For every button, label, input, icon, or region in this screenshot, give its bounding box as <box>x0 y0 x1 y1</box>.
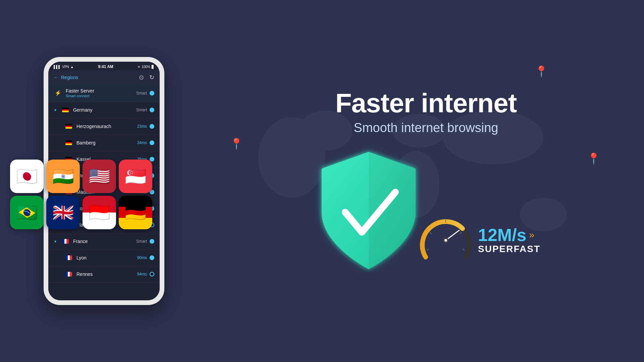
flag-squares-grid: 🇯🇵 🇮🇳 🇺🇸 🇸🇬 🇧🇷 🇬🇧 🇮🇩 🇩🇪 <box>10 160 152 229</box>
signal-icon: ▌▌▌ <box>54 65 61 69</box>
svg-point-8 <box>444 239 447 242</box>
faster-server-text: Faster Server Smart connect <box>66 88 133 98</box>
flag-japan: 🇯🇵 <box>10 160 44 193</box>
france-name: France <box>73 239 133 244</box>
bolt-icon-container: ⚡ <box>54 89 62 98</box>
location-icon[interactable]: ⊙ <box>139 74 144 81</box>
speed-text: 12M/s » SUPERFAST <box>478 226 540 254</box>
rennes-text: Rennes <box>76 272 134 277</box>
refresh-icon[interactable]: ↻ <box>149 74 154 81</box>
faster-server-right: Smart <box>136 91 154 96</box>
bamberg-text: Bamberg <box>76 140 134 145</box>
bamberg-name: Bamberg <box>76 140 134 145</box>
bolt-icon: ⚡ <box>55 90 61 96</box>
wifi-icon: ▲ <box>70 65 74 69</box>
germany-badge: Smart <box>136 108 147 112</box>
expand-icon: ▼ <box>54 240 57 243</box>
flag-singapore: 🇸🇬 <box>119 160 152 193</box>
back-arrow-icon: ← <box>54 75 58 80</box>
status-time: 9:41 AM <box>98 64 113 69</box>
back-button[interactable]: ← Regions <box>54 75 78 80</box>
rennes-name: Rennes <box>76 272 134 277</box>
lyon-text: Lyon <box>76 255 134 260</box>
france-text: France <box>73 239 133 244</box>
lyon-flag <box>64 253 73 262</box>
expand-icon: ▼ <box>54 108 57 112</box>
faster-server-dot <box>150 91 154 96</box>
speed-arrows-icon: » <box>529 230 535 240</box>
flag-germany: 🇩🇪 <box>119 196 152 229</box>
germany-text: Germany <box>73 107 133 113</box>
speed-label: SUPERFAST <box>478 244 540 254</box>
rennes-dot <box>150 272 154 277</box>
rennes-ping: 94ms <box>137 272 147 277</box>
faster-server-badge: Smart <box>136 91 147 96</box>
svg-line-9 <box>427 249 429 250</box>
flag-usa: 🇺🇸 <box>83 160 116 193</box>
status-right: ✳ 100% ▊ <box>138 65 154 69</box>
nav-title: Regions <box>61 75 78 80</box>
rennes-flag <box>64 270 73 279</box>
hero-title: Faster internet <box>335 88 517 118</box>
france-right: Smart <box>136 239 154 244</box>
france-badge: Smart <box>136 239 147 244</box>
location-pin-2: 📍 <box>535 65 548 78</box>
speedometer: 12M/s » SUPERFAST <box>419 214 540 267</box>
flag-brazil: 🇧🇷 <box>10 196 44 229</box>
france-flag-icon <box>61 237 70 246</box>
germany-flag <box>61 106 70 114</box>
list-item[interactable]: Lyon 90ms <box>48 250 160 266</box>
bamberg-dot <box>150 140 154 145</box>
lyon-ping: 90ms <box>137 255 147 260</box>
faster-server-sub: Smart connect <box>66 94 133 98</box>
list-item[interactable]: ▼ France Smart <box>48 233 160 250</box>
hero-section: Faster internet Smooth internet browsing <box>335 88 517 135</box>
left-panel: 🇯🇵 🇮🇳 🇺🇸 🇸🇬 🇧🇷 🇬🇧 🇮🇩 🇩🇪 ▌▌▌ VPN ▲ 9:41 A… <box>0 0 208 362</box>
herzogenaurach-name: Herzogenaurach <box>76 124 134 129</box>
battery-label: 100% <box>142 65 150 69</box>
germany-right: Smart <box>136 108 154 112</box>
herzogenaurach-dot <box>150 124 154 129</box>
germany-name: Germany <box>73 107 133 113</box>
herzogenaurach-text: Herzogenaurach <box>76 124 134 129</box>
bamberg-flag <box>64 138 73 147</box>
right-panel: 📍 📍 📍 Faster internet Smooth internet br… <box>208 0 644 362</box>
lyon-name: Lyon <box>76 255 134 260</box>
svg-line-10 <box>430 232 432 234</box>
herzogenaurach-flag <box>64 122 73 131</box>
list-item[interactable]: Herzogenaurach 23ms <box>48 118 160 135</box>
list-item[interactable]: Bamberg 34ms <box>48 135 160 151</box>
flag-india: 🇮🇳 <box>46 160 80 193</box>
list-item[interactable]: ⚡ Faster Server Smart connect Smart <box>48 84 160 102</box>
flag-indonesia: 🇮🇩 <box>83 196 116 229</box>
speed-value: 12M/s <box>478 226 527 244</box>
nav-bar: ← Regions ⊙ ↻ <box>48 70 160 84</box>
germany-dot <box>150 108 154 112</box>
lyon-dot <box>150 255 154 260</box>
battery-icon: ▊ <box>152 65 154 69</box>
nav-actions: ⊙ ↻ <box>139 74 154 81</box>
lyon-right: 90ms <box>137 255 154 260</box>
bluetooth-icon: ✳ <box>138 65 140 69</box>
speed-gauge <box>419 214 473 267</box>
france-dot <box>150 239 154 244</box>
hero-subtitle: Smooth internet browsing <box>335 121 517 135</box>
shield-svg <box>312 145 426 273</box>
status-left: ▌▌▌ VPN ▲ <box>54 65 74 69</box>
carrier-label: VPN <box>62 65 69 69</box>
rennes-right: 94ms <box>137 272 154 277</box>
svg-line-13 <box>463 249 465 250</box>
herzogenaurach-ping: 23ms <box>137 124 147 129</box>
bamberg-ping: 34ms <box>137 140 147 145</box>
faster-server-name: Faster Server <box>66 88 133 94</box>
svg-line-12 <box>460 232 462 234</box>
list-item[interactable]: Rennes 94ms <box>48 266 160 283</box>
bamberg-right: 34ms <box>137 140 154 145</box>
list-item[interactable]: ▼ Germany Smart <box>48 102 160 118</box>
status-bar: ▌▌▌ VPN ▲ 9:41 AM ✳ 100% ▊ <box>48 62 160 70</box>
flag-uk: 🇬🇧 <box>46 196 80 229</box>
herzogenaurach-right: 23ms <box>137 124 154 129</box>
shield-container <box>312 145 426 274</box>
